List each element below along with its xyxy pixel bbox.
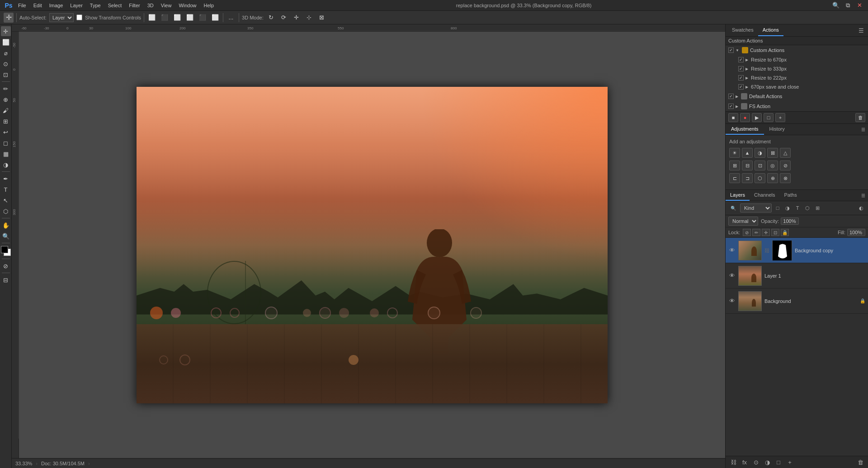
tab-paths[interactable]: Paths [780, 190, 802, 201]
adj-threshold-icon[interactable]: ⬡ [755, 173, 765, 183]
path-select-tool[interactable]: ↖ [1, 195, 11, 205]
adj-curves-icon[interactable]: ◑ [755, 148, 765, 158]
action-group-custom-header[interactable]: ✓ ▼ Custom Actions [726, 45, 868, 55]
layer-item-layer1[interactable]: 👁 Layer 1 [726, 263, 868, 288]
stop-action-btn[interactable]: ■ [728, 113, 738, 122]
menu-window[interactable]: Window [176, 2, 199, 9]
align-left-icon[interactable]: ⬜ [147, 13, 157, 23]
add-layer-style-btn[interactable]: fx [740, 458, 750, 467]
menu-image[interactable]: Image [47, 2, 66, 9]
menu-help[interactable]: Help [201, 2, 217, 9]
eyedropper-tool[interactable]: ✏ [1, 84, 11, 94]
lasso-tool[interactable]: ⌀ [1, 48, 11, 58]
adj-hsl-icon[interactable]: ⊞ [729, 161, 740, 170]
adj-posterize-icon[interactable]: ⊐ [742, 173, 753, 183]
opacity-input[interactable] [781, 217, 799, 225]
layer-visibility-layer1[interactable]: 👁 [728, 272, 736, 279]
action-group-default-header[interactable]: ✓ ▶ Default Actions [726, 91, 868, 101]
layer-visibility-background[interactable]: 👁 [728, 298, 736, 305]
spot-heal-tool[interactable]: ⊕ [1, 95, 11, 104]
slide-icon[interactable]: ⊹ [304, 13, 314, 23]
zoom-tool[interactable]: 🔍 [1, 231, 11, 241]
adj-bw-icon[interactable]: ⊡ [755, 161, 765, 170]
delete-action-btn[interactable]: 🗑 [855, 113, 865, 122]
type-tool[interactable]: T [1, 184, 11, 194]
action-group-fs-header[interactable]: ✓ ▶ FS Action [726, 101, 868, 111]
tab-channels[interactable]: Channels [750, 190, 779, 201]
menu-layer[interactable]: Layer [67, 2, 85, 9]
dodge-tool[interactable]: ◑ [1, 160, 11, 170]
adj-levels-icon[interactable]: ▲ [742, 148, 753, 158]
brush-tool[interactable]: 🖌 [1, 105, 11, 115]
670-save-checkbox[interactable]: ✓ [738, 84, 744, 90]
layers-filter-dropdown[interactable]: Kind [740, 203, 772, 213]
lock-position-btn[interactable]: ✛ [762, 229, 770, 236]
rotate-3d-icon[interactable]: ↻ [266, 13, 276, 23]
screen-mode-icon[interactable]: ⊟ [1, 275, 11, 285]
adj-selective-color-icon[interactable]: ⊗ [780, 173, 791, 183]
more-options-icon[interactable]: ... [226, 13, 236, 23]
create-group-btn[interactable]: □ [774, 458, 783, 467]
create-fill-adj-btn[interactable]: ◑ [762, 458, 772, 467]
adj-channel-mixer-icon[interactable]: ⊘ [780, 161, 791, 170]
lock-transparent-btn[interactable]: ⊘ [743, 229, 751, 236]
align-top-icon[interactable]: ⬜ [185, 13, 195, 23]
move-tool[interactable]: ✛ [1, 26, 11, 36]
filter-type-icon[interactable]: T [793, 204, 802, 212]
filter-adj-icon[interactable]: ◑ [783, 204, 792, 212]
custom-actions-checkbox[interactable]: ✓ [728, 47, 734, 53]
play-action-btn[interactable]: ▶ [752, 113, 762, 122]
eraser-tool[interactable]: ◻ [1, 138, 11, 148]
foreground-color-swatch[interactable] [1, 246, 8, 253]
lock-all-btn[interactable]: 🔒 [781, 229, 789, 236]
align-right-icon[interactable]: ⬜ [172, 13, 182, 23]
add-layer-mask-btn[interactable]: ⊙ [751, 458, 761, 467]
filter-smart-icon[interactable]: ⊞ [813, 204, 821, 212]
search-icon[interactable]: 🔍 [831, 0, 841, 10]
align-center-h-icon[interactable]: ⬛ [160, 13, 170, 23]
menu-file[interactable]: File [15, 2, 29, 9]
tab-actions[interactable]: Actions [758, 24, 783, 36]
adj-brightness-icon[interactable]: ☀ [729, 148, 740, 158]
delete-layer-btn[interactable]: 🗑 [855, 458, 865, 467]
resize-670-checkbox[interactable]: ✓ [738, 57, 744, 62]
adj-invert-icon[interactable]: ⊏ [729, 173, 740, 183]
adj-gradient-map-icon[interactable]: ⊕ [767, 173, 778, 183]
new-action-btn[interactable]: + [775, 113, 785, 122]
menu-3d[interactable]: 3D [145, 2, 156, 9]
crop-tool[interactable]: ⊡ [1, 70, 11, 80]
resize-333-checkbox[interactable]: ✓ [738, 66, 744, 71]
panel-menu-icon[interactable]: ☰ [856, 25, 866, 35]
hand-tool[interactable]: ✋ [1, 220, 11, 230]
marquee-tool[interactable]: ⬜ [1, 37, 11, 47]
menu-filter[interactable]: Filter [126, 2, 142, 9]
layer-item-background-copy[interactable]: 👁 ⛓ Background copy [726, 238, 868, 263]
menu-select[interactable]: Select [105, 2, 125, 9]
create-layer-btn[interactable]: + [785, 458, 795, 467]
filter-toggle-icon[interactable]: ◐ [857, 204, 865, 212]
adj-vibrance-icon[interactable]: △ [780, 148, 791, 158]
layer-item-background[interactable]: 👁 Background 🔒 [726, 288, 868, 314]
lock-paint-btn[interactable]: ✏ [752, 229, 760, 236]
menu-edit[interactable]: Edit [31, 2, 45, 9]
new-action-set-btn[interactable]: □ [764, 113, 774, 122]
canvas-area[interactable] [19, 32, 725, 458]
tab-adjustments[interactable]: Adjustments [726, 124, 764, 135]
action-item-resize-222[interactable]: ✓ ▶ Resize to 222px [726, 73, 868, 82]
menu-type[interactable]: Type [87, 2, 104, 9]
history-brush-tool[interactable]: ↩ [1, 127, 11, 137]
pen-tool[interactable]: ✒ [1, 174, 11, 184]
default-actions-checkbox[interactable]: ✓ [728, 94, 734, 99]
tab-layers[interactable]: Layers [726, 190, 750, 201]
adj-exposure-icon[interactable]: ⊠ [767, 148, 778, 158]
filter-shape-icon[interactable]: ⬡ [803, 204, 811, 212]
tab-swatches[interactable]: Swatches [727, 24, 758, 36]
gradient-tool[interactable]: ▦ [1, 149, 11, 159]
lock-artboard-btn[interactable]: ⊡ [771, 229, 779, 236]
action-item-resize-670[interactable]: ✓ ▶ Resize to 670px [726, 55, 868, 64]
filter-pixel-icon[interactable]: □ [774, 204, 782, 212]
action-item-670-save[interactable]: ✓ ▶ 670px save and close [726, 82, 868, 91]
resize-222-checkbox[interactable]: ✓ [738, 75, 744, 80]
layers-panel-menu[interactable]: ☰ [858, 190, 868, 200]
window-close-icon[interactable]: ✕ [854, 0, 864, 10]
